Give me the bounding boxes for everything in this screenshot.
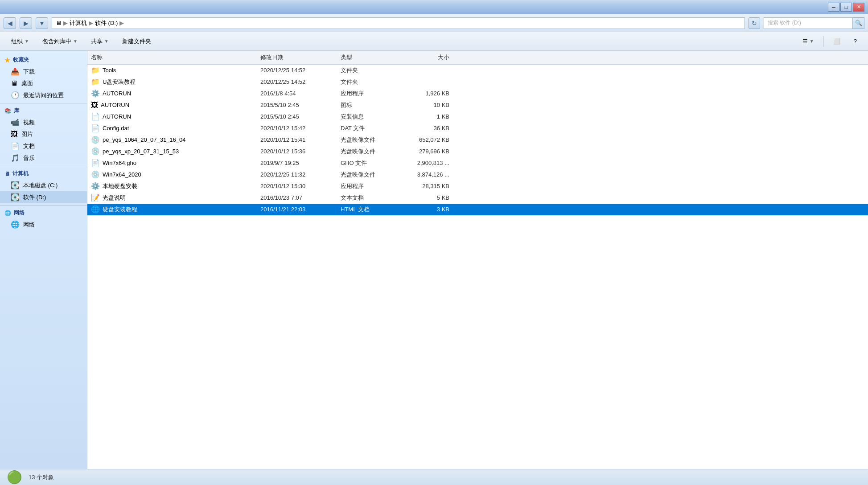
app-logo-icon: 🟢 (7, 470, 22, 485)
view-dropdown-icon: ▼ (810, 39, 814, 44)
minimize-button[interactable]: ─ (828, 3, 839, 12)
d-drive-icon: 💽 (11, 193, 20, 201)
favorites-label: 收藏夹 (13, 56, 29, 64)
library-header[interactable]: 📚 库 (0, 105, 87, 116)
file-date-tools: 2020/12/25 14:52 (257, 67, 337, 74)
folder-icon: 📁 (91, 66, 100, 74)
dat-icon: 📄 (91, 124, 100, 132)
app-icon: ⚙️ (91, 182, 100, 190)
pictures-label: 图片 (21, 130, 33, 138)
favorites-header[interactable]: ★ 收藏夹 (0, 54, 87, 66)
file-size-config: 36 KB (399, 125, 453, 132)
column-date-header[interactable]: 修改日期 (257, 53, 337, 62)
file-size-disc-manual: 5 KB (399, 194, 453, 201)
file-name-autorun3: 📄AUTORUN (87, 112, 257, 121)
table-row[interactable]: ⚙️AUTORUN 2016/1/8 4:54 应用程序 1,926 KB (87, 88, 868, 99)
column-size-header[interactable]: 大小 (399, 53, 453, 62)
file-type-win7gho: GHO 文件 (337, 159, 399, 167)
file-date-win7gho: 2019/9/7 19:25 (257, 160, 337, 166)
music-icon: 🎵 (11, 154, 20, 162)
share-button[interactable]: 共享 ▼ (85, 34, 115, 49)
library-section: 📚 库 📹 视频 🖼 图片 📄 文档 🎵 音乐 (0, 105, 87, 164)
table-row[interactable]: 📁U盘安装教程 2020/12/25 14:52 文件夹 (87, 76, 868, 88)
table-row[interactable]: 💿pe_yqs_1064_20_07_31_16_04 2020/10/12 1… (87, 134, 868, 146)
preview-icon: ⬜ (833, 38, 840, 45)
file-date-hddinstall: 2020/10/12 15:30 (257, 183, 337, 189)
network-header[interactable]: 🌐 网络 (0, 207, 87, 218)
c-drive-icon: 💽 (11, 181, 20, 189)
info-icon: 📄 (91, 112, 100, 121)
include-dropdown-icon: ▼ (73, 39, 78, 44)
help-button[interactable]: ? (848, 34, 863, 49)
organize-dropdown-icon: ▼ (25, 39, 29, 44)
table-row[interactable]: ⚙️本地硬盘安装 2020/10/12 15:30 应用程序 28,315 KB (87, 181, 868, 192)
new-folder-label: 新建文件夹 (122, 37, 151, 45)
search-placeholder: 搜索 软件 (D:) (768, 19, 801, 27)
computer-icon: 🖥 (4, 171, 10, 177)
table-row[interactable]: 📄Win7x64.gho 2019/9/7 19:25 GHO 文件 2,900… (87, 157, 868, 169)
table-row[interactable]: 📝光盘说明 2016/10/23 7:07 文本文档 5 KB (87, 192, 868, 204)
table-row[interactable]: 🌐硬盘安装教程 2016/11/21 22:03 HTML 文档 3 KB (87, 204, 868, 215)
folder-icon: 📁 (91, 78, 100, 86)
favorites-section: ★ 收藏夹 📥 下载 🖥 桌面 🕐 最近访问的位置 (0, 54, 87, 101)
file-size-hdd-guide: 3 KB (399, 206, 453, 213)
file-name-pe1064: 💿pe_yqs_1064_20_07_31_16_04 (87, 136, 257, 144)
file-name-usb: 📁U盘安装教程 (87, 78, 257, 86)
sidebar-item-download[interactable]: 📥 下载 (0, 66, 87, 78)
table-row[interactable]: 💿pe_yqs_xp_20_07_31_15_53 2020/10/12 15:… (87, 146, 868, 157)
file-type-config: DAT 文件 (337, 124, 399, 132)
include-library-button[interactable]: 包含到库中 ▼ (37, 34, 83, 49)
file-name-hddinstall: ⚙️本地硬盘安装 (87, 182, 257, 190)
search-box[interactable]: 搜索 软件 (D:) (764, 17, 853, 29)
sidebar-item-documents[interactable]: 📄 文档 (0, 140, 87, 152)
organize-button[interactable]: 组织 ▼ (5, 34, 35, 49)
download-label: 下载 (23, 68, 35, 76)
file-name-pexp: 💿pe_yqs_xp_20_07_31_15_53 (87, 147, 257, 156)
close-button[interactable]: ✕ (853, 3, 864, 12)
d-drive-label: 软件 (D:) (23, 193, 46, 201)
toolbar-separator (823, 36, 824, 47)
table-row[interactable]: 📄AUTORUN 2015/5/10 2:45 安装信息 1 KB (87, 111, 868, 123)
sidebar-item-pictures[interactable]: 🖼 图片 (0, 128, 87, 140)
file-type-autorun1: 应用程序 (337, 90, 399, 98)
breadcrumb-computer[interactable]: 计算机 (70, 19, 87, 27)
new-folder-button[interactable]: 新建文件夹 (116, 34, 157, 49)
file-date-disc-manual: 2016/10/23 7:07 (257, 194, 337, 201)
column-type-header[interactable]: 类型 (337, 53, 399, 62)
column-name-header[interactable]: 名称 (87, 53, 257, 62)
view-button[interactable]: ☰ ▼ (797, 34, 820, 49)
file-size-autorun3: 1 KB (399, 113, 453, 120)
search-button[interactable]: 🔍 (853, 17, 864, 29)
music-label: 音乐 (23, 154, 35, 162)
file-list-header: 名称 修改日期 类型 大小 (87, 51, 868, 65)
file-type-disc-manual: 文本文档 (337, 194, 399, 202)
refresh-button[interactable]: ↻ (749, 17, 760, 29)
preview-button[interactable]: ⬜ (827, 34, 846, 49)
share-label: 共享 (91, 37, 103, 45)
sidebar-item-d-drive[interactable]: 💽 软件 (D:) (0, 191, 87, 203)
table-row[interactable]: 💿Win7x64_2020 2020/12/25 11:32 光盘映像文件 3,… (87, 169, 868, 181)
file-date-win72020: 2020/12/25 11:32 (257, 171, 337, 178)
file-date-config: 2020/10/12 15:42 (257, 125, 337, 132)
sidebar: ★ 收藏夹 📥 下载 🖥 桌面 🕐 最近访问的位置 📚 库 (0, 51, 87, 469)
forward-button[interactable]: ▶ (20, 17, 32, 29)
sidebar-item-desktop[interactable]: 🖥 桌面 (0, 78, 87, 89)
file-date-pexp: 2020/10/12 15:36 (257, 148, 337, 155)
sidebar-item-music[interactable]: 🎵 音乐 (0, 152, 87, 164)
breadcrumb-drive[interactable]: 软件 (D:) (95, 19, 118, 27)
computer-header[interactable]: 🖥 计算机 (0, 168, 87, 179)
title-bar: ─ □ ✕ (0, 0, 868, 14)
app-icon: ⚙️ (91, 89, 100, 98)
sidebar-item-c-drive[interactable]: 💽 本地磁盘 (C:) (0, 179, 87, 191)
table-row[interactable]: 📄Config.dat 2020/10/12 15:42 DAT 文件 36 K… (87, 123, 868, 134)
back-button[interactable]: ◀ (4, 17, 16, 29)
sidebar-item-video[interactable]: 📹 视频 (0, 116, 87, 128)
maximize-button[interactable]: □ (840, 3, 852, 12)
up-button[interactable]: ▼ (36, 17, 48, 29)
table-row[interactable]: 🖼AUTORUN 2015/5/10 2:45 图标 10 KB (87, 99, 868, 111)
table-row[interactable]: 📁Tools 2020/12/25 14:52 文件夹 (87, 65, 868, 76)
breadcrumb: 🖥 ▶ 计算机 ▶ 软件 (D:) ▶ (52, 17, 745, 29)
sidebar-item-recent[interactable]: 🕐 最近访问的位置 (0, 89, 87, 101)
sidebar-item-network[interactable]: 🌐 网络 (0, 218, 87, 230)
desktop-label: 桌面 (21, 79, 33, 87)
